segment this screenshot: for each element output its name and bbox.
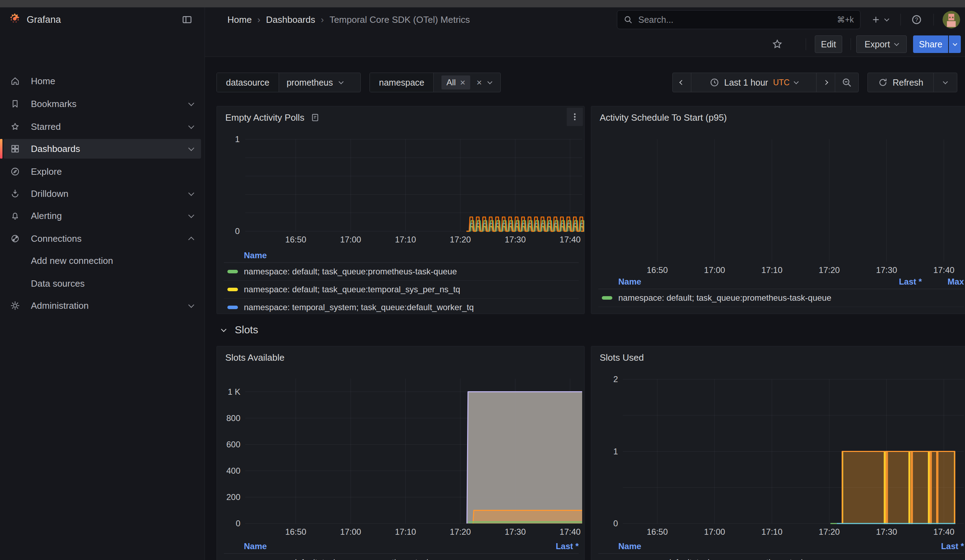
sidebar-item-explore[interactable]: Explore xyxy=(3,162,201,181)
legend-series-name[interactable]: namespace: temporal_system; task_queue:d… xyxy=(224,302,579,312)
x-tick-label: 17:20 xyxy=(450,527,471,537)
series-color-pill[interactable] xyxy=(227,288,238,291)
x-tick-label: 16:50 xyxy=(285,527,306,537)
sidebar-item-administration[interactable]: Administration xyxy=(3,296,201,315)
sidebar-item-label: Starred xyxy=(31,121,61,132)
breadcrumb: Home›Dashboards›Temporal Core SDK (OTel)… xyxy=(227,15,470,25)
sidebar-item-starred[interactable]: Starred xyxy=(3,117,201,137)
sidebar-item-data-sources[interactable]: Data sources xyxy=(3,274,201,293)
legend-row: namespace: temporal_system; task_queue:d… xyxy=(224,299,579,314)
legend-column-max[interactable]: Max xyxy=(922,277,964,287)
slots-used-legend[interactable]: NameLast *namespace: default; task_queue… xyxy=(598,539,964,560)
series-color-pill[interactable] xyxy=(227,305,238,309)
legend-series-name[interactable]: namespace: default; task_queue:prometheu… xyxy=(224,558,530,560)
legend-header: NameLast * xyxy=(598,539,964,553)
chevron-right-icon xyxy=(823,80,828,85)
namespace-variable-select[interactable]: All × × xyxy=(434,73,499,92)
slots-available-chart[interactable]: 16:5017:0017:1017:2017:3017:400200400600… xyxy=(217,374,585,543)
namespace-value-tag[interactable]: All × xyxy=(442,75,470,90)
legend-column-name[interactable]: Name xyxy=(224,250,579,260)
breadcrumb-item-home[interactable]: Home xyxy=(227,15,252,25)
series-area-slots-available-1k xyxy=(467,392,582,524)
legend-column-name[interactable]: Name xyxy=(598,277,869,287)
x-tick-label: 16:50 xyxy=(285,235,306,244)
datasource-variable-select[interactable]: prometheus xyxy=(279,73,350,92)
legend-row: namespace: default; task_queue:prometheu… xyxy=(598,289,964,307)
sidebar-border xyxy=(204,7,205,560)
sidebar-item-dashboards[interactable]: Dashboards xyxy=(3,139,201,158)
breadcrumb-separator: › xyxy=(257,15,260,25)
y-tick-label: 1 xyxy=(613,447,618,456)
clear-all-icon[interactable]: × xyxy=(476,78,482,87)
time-range-picker[interactable]: Last 1 hour UTC xyxy=(691,73,816,92)
share-menu-button[interactable] xyxy=(949,36,961,53)
header-divider xyxy=(900,14,901,26)
legend-column-name[interactable]: Name xyxy=(224,541,530,551)
time-shift-back-button[interactable] xyxy=(672,73,691,92)
slots-used-chart[interactable]: 16:5017:0017:1017:2017:3017:40012 xyxy=(591,374,965,543)
sidebar-item-drilldown[interactable]: Drilldown xyxy=(3,184,201,204)
sidebar-item-add-new-connection[interactable]: Add new connection xyxy=(3,251,201,271)
chevron-down-icon xyxy=(943,79,948,84)
panel-title[interactable]: Slots Available xyxy=(225,352,285,363)
legend-series-name[interactable]: namespace: default; task_queue:prometheu… xyxy=(224,267,579,276)
panel-menu-button[interactable] xyxy=(567,108,583,126)
y-tick-label: 1 xyxy=(235,134,240,144)
x-tick-label: 17:40 xyxy=(934,265,955,275)
timezone-label: UTC xyxy=(773,78,790,87)
chevron-down-icon xyxy=(894,41,899,46)
sidebar-item-connections[interactable]: Connections xyxy=(3,229,201,248)
search-input[interactable]: Search... ⌘+k xyxy=(617,10,860,29)
panel-slots-used: Slots Used 16:5017:0017:1017:2017:3017:4… xyxy=(591,346,965,560)
activity-schedule-to-start-p95-legend[interactable]: NameLast *Maxnamespace: default; task_qu… xyxy=(598,275,964,307)
edit-button[interactable]: Edit xyxy=(815,36,842,53)
refresh-interval-button[interactable] xyxy=(934,73,957,92)
legend-column-name[interactable]: Name xyxy=(598,541,915,551)
sidebar-item-label: Drilldown xyxy=(31,188,69,199)
x-tick-label: 17:30 xyxy=(876,265,897,275)
activity-schedule-to-start-p95-chart[interactable]: 16:5017:0017:1017:2017:3017:40 xyxy=(591,134,965,285)
refresh-button[interactable]: Refresh xyxy=(867,73,934,92)
sidebar-item-home[interactable]: Home xyxy=(3,71,201,91)
sidebar-item-bookmarks[interactable]: Bookmarks xyxy=(3,94,201,114)
x-tick-label: 17:00 xyxy=(704,265,725,275)
legend-series-name[interactable]: namespace: default; task_queue:prometheu… xyxy=(598,293,869,303)
breadcrumb-item-dashboards[interactable]: Dashboards xyxy=(266,15,315,25)
panel-description-icon[interactable] xyxy=(311,113,320,122)
favorite-star-icon[interactable] xyxy=(772,39,783,50)
legend-series-name[interactable]: namespace: default; task_queue:temporal_… xyxy=(224,284,579,294)
legend-column-last[interactable]: Last * xyxy=(530,541,579,551)
x-tick-label: 17:20 xyxy=(450,235,471,244)
sidebar-item-alerting[interactable]: Alerting xyxy=(3,206,201,225)
legend-column-last[interactable]: Last * xyxy=(869,277,922,287)
row-header-slots[interactable]: Slots xyxy=(222,323,258,337)
grafana-logo[interactable] xyxy=(8,13,22,27)
series-color-pill[interactable] xyxy=(602,296,612,300)
chevron-left-icon xyxy=(679,80,684,85)
share-button[interactable]: Share xyxy=(913,36,948,53)
refresh-icon xyxy=(878,78,888,87)
panel-title[interactable]: Empty Activity Polls xyxy=(225,112,304,123)
panel-title[interactable]: Activity Schedule To Start (p95) xyxy=(600,112,727,123)
export-button[interactable]: Export xyxy=(856,36,907,53)
y-tick-label: 400 xyxy=(226,466,240,475)
empty-activity-polls-legend[interactable]: Namenamespace: default; task_queue:prome… xyxy=(224,248,579,314)
remove-value-icon[interactable]: × xyxy=(460,78,465,87)
add-new-button[interactable] xyxy=(871,15,888,24)
panel-title[interactable]: Slots Used xyxy=(600,352,644,363)
empty-activity-polls-chart[interactable]: 16:5017:0017:1017:2017:3017:4001 xyxy=(217,134,585,254)
time-shift-forward-button[interactable] xyxy=(816,73,835,92)
slots-available-legend[interactable]: NameLast *namespace: default; task_queue… xyxy=(224,539,579,560)
zoom-out-time-button[interactable] xyxy=(835,73,859,92)
dock-sidebar-icon[interactable] xyxy=(182,15,192,25)
sidebar-item-label: Connections xyxy=(31,233,82,244)
chevron-down-icon xyxy=(188,212,195,218)
legend-column-last[interactable]: Last * xyxy=(915,541,964,551)
legend-series-name[interactable]: namespace: default; task_queue:prometheu… xyxy=(598,558,915,560)
series-color-pill[interactable] xyxy=(227,270,238,273)
x-tick-label: 16:50 xyxy=(647,527,668,537)
window-titlebar xyxy=(0,0,965,7)
chevron-up-icon xyxy=(188,237,195,243)
help-button[interactable]: ? xyxy=(911,14,922,25)
user-avatar[interactable] xyxy=(942,11,960,28)
